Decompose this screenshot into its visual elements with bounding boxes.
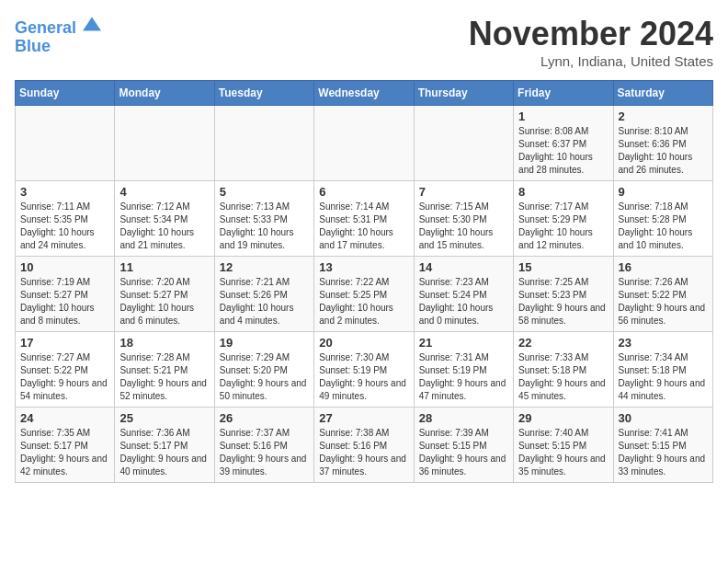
column-header-tuesday: Tuesday [214, 81, 313, 106]
column-header-wednesday: Wednesday [314, 81, 414, 106]
day-cell: 23Sunrise: 7:34 AM Sunset: 5:18 PM Dayli… [613, 332, 712, 408]
column-header-friday: Friday [514, 81, 613, 106]
day-cell: 7Sunrise: 7:15 AM Sunset: 5:30 PM Daylig… [414, 181, 513, 257]
week-row-4: 17Sunrise: 7:27 AM Sunset: 5:22 PM Dayli… [16, 332, 713, 408]
day-cell: 15Sunrise: 7:25 AM Sunset: 5:23 PM Dayli… [514, 257, 613, 332]
day-info: Sunrise: 7:33 AM Sunset: 5:18 PM Dayligh… [518, 351, 608, 403]
day-info: Sunrise: 7:40 AM Sunset: 5:15 PM Dayligh… [518, 427, 608, 478]
day-number: 11 [119, 260, 209, 274]
day-cell: 27Sunrise: 7:38 AM Sunset: 5:16 PM Dayli… [314, 408, 414, 483]
day-info: Sunrise: 7:22 AM Sunset: 5:25 PM Dayligh… [319, 276, 408, 327]
day-cell: 29Sunrise: 7:40 AM Sunset: 5:15 PM Dayli… [514, 408, 613, 483]
day-cell: 14Sunrise: 7:23 AM Sunset: 5:24 PM Dayli… [414, 257, 513, 332]
logo-blue: Blue [15, 38, 101, 56]
day-number: 7 [419, 185, 508, 199]
day-cell: 17Sunrise: 7:27 AM Sunset: 5:22 PM Dayli… [16, 332, 115, 408]
day-info: Sunrise: 7:28 AM Sunset: 5:21 PM Dayligh… [119, 351, 209, 403]
svg-marker-0 [83, 17, 101, 31]
day-info: Sunrise: 7:38 AM Sunset: 5:16 PM Dayligh… [319, 427, 408, 478]
day-info: Sunrise: 7:17 AM Sunset: 5:29 PM Dayligh… [518, 201, 608, 252]
day-info: Sunrise: 7:39 AM Sunset: 5:15 PM Dayligh… [419, 427, 508, 478]
day-cell: 6Sunrise: 7:14 AM Sunset: 5:31 PM Daylig… [314, 181, 414, 257]
day-info: Sunrise: 7:20 AM Sunset: 5:27 PM Dayligh… [119, 276, 209, 327]
day-number: 8 [518, 185, 608, 199]
day-cell: 25Sunrise: 7:36 AM Sunset: 5:17 PM Dayli… [115, 408, 214, 483]
day-cell: 3Sunrise: 7:11 AM Sunset: 5:35 PM Daylig… [16, 181, 115, 257]
day-cell: 1Sunrise: 8:08 AM Sunset: 6:37 PM Daylig… [514, 106, 613, 181]
day-info: Sunrise: 7:11 AM Sunset: 5:35 PM Dayligh… [20, 201, 109, 252]
day-info: Sunrise: 7:26 AM Sunset: 5:22 PM Dayligh… [619, 276, 708, 327]
day-cell: 8Sunrise: 7:17 AM Sunset: 5:29 PM Daylig… [514, 181, 613, 257]
column-header-saturday: Saturday [613, 81, 712, 106]
week-row-1: 1Sunrise: 8:08 AM Sunset: 6:37 PM Daylig… [16, 106, 713, 181]
day-cell: 4Sunrise: 7:12 AM Sunset: 5:34 PM Daylig… [115, 181, 214, 257]
day-number: 19 [220, 336, 309, 350]
logo-text: General [15, 15, 101, 38]
day-number: 9 [619, 185, 708, 199]
day-info: Sunrise: 7:12 AM Sunset: 5:34 PM Dayligh… [119, 201, 209, 252]
day-cell [414, 106, 513, 181]
day-info: Sunrise: 7:37 AM Sunset: 5:16 PM Dayligh… [220, 427, 309, 478]
day-number: 23 [619, 336, 708, 350]
month-title: November 2024 [469, 15, 713, 53]
day-info: Sunrise: 7:21 AM Sunset: 5:26 PM Dayligh… [220, 276, 309, 327]
day-number: 1 [518, 109, 608, 123]
day-cell: 30Sunrise: 7:41 AM Sunset: 5:15 PM Dayli… [613, 408, 712, 483]
calendar-table: SundayMondayTuesdayWednesdayThursdayFrid… [15, 80, 713, 483]
day-number: 10 [20, 260, 109, 274]
day-info: Sunrise: 7:15 AM Sunset: 5:30 PM Dayligh… [419, 201, 508, 252]
day-number: 13 [319, 260, 408, 274]
title-block: November 2024 Lynn, Indiana, United Stat… [469, 15, 713, 69]
day-number: 14 [419, 260, 508, 274]
day-number: 16 [619, 260, 708, 274]
day-number: 24 [20, 411, 109, 425]
day-number: 17 [20, 336, 109, 350]
day-cell: 18Sunrise: 7:28 AM Sunset: 5:21 PM Dayli… [115, 332, 214, 408]
day-info: Sunrise: 7:29 AM Sunset: 5:20 PM Dayligh… [220, 351, 309, 403]
day-number: 3 [20, 185, 109, 199]
day-number: 20 [319, 336, 408, 350]
column-header-sunday: Sunday [16, 81, 115, 106]
day-info: Sunrise: 8:10 AM Sunset: 6:36 PM Dayligh… [619, 125, 708, 177]
column-header-thursday: Thursday [414, 81, 513, 106]
day-cell: 20Sunrise: 7:30 AM Sunset: 5:19 PM Dayli… [314, 332, 414, 408]
day-number: 4 [119, 185, 209, 199]
day-info: Sunrise: 7:41 AM Sunset: 5:15 PM Dayligh… [619, 427, 708, 478]
column-header-monday: Monday [115, 81, 214, 106]
day-number: 15 [518, 260, 608, 274]
day-info: Sunrise: 7:18 AM Sunset: 5:28 PM Dayligh… [619, 201, 708, 252]
day-number: 29 [518, 411, 608, 425]
day-info: Sunrise: 7:27 AM Sunset: 5:22 PM Dayligh… [20, 351, 109, 403]
day-info: Sunrise: 7:14 AM Sunset: 5:31 PM Dayligh… [319, 201, 408, 252]
day-info: Sunrise: 7:13 AM Sunset: 5:33 PM Dayligh… [220, 201, 309, 252]
logo-icon [83, 15, 101, 33]
day-number: 5 [220, 185, 309, 199]
day-info: Sunrise: 7:25 AM Sunset: 5:23 PM Dayligh… [518, 276, 608, 327]
day-number: 25 [119, 411, 209, 425]
day-cell: 28Sunrise: 7:39 AM Sunset: 5:15 PM Dayli… [414, 408, 513, 483]
day-cell [214, 106, 313, 181]
day-cell: 2Sunrise: 8:10 AM Sunset: 6:36 PM Daylig… [613, 106, 712, 181]
week-row-3: 10Sunrise: 7:19 AM Sunset: 5:27 PM Dayli… [16, 257, 713, 332]
day-info: Sunrise: 7:34 AM Sunset: 5:18 PM Dayligh… [619, 351, 708, 403]
day-cell [115, 106, 214, 181]
day-cell [16, 106, 115, 181]
day-cell: 19Sunrise: 7:29 AM Sunset: 5:20 PM Dayli… [214, 332, 313, 408]
week-row-5: 24Sunrise: 7:35 AM Sunset: 5:17 PM Dayli… [16, 408, 713, 483]
day-info: Sunrise: 8:08 AM Sunset: 6:37 PM Dayligh… [518, 125, 608, 177]
day-cell [314, 106, 414, 181]
week-row-2: 3Sunrise: 7:11 AM Sunset: 5:35 PM Daylig… [16, 181, 713, 257]
day-cell: 22Sunrise: 7:33 AM Sunset: 5:18 PM Dayli… [514, 332, 613, 408]
day-cell: 5Sunrise: 7:13 AM Sunset: 5:33 PM Daylig… [214, 181, 313, 257]
logo: General Blue [15, 15, 101, 56]
page-header: General Blue November 2024 Lynn, Indiana… [15, 15, 713, 69]
day-number: 18 [119, 336, 209, 350]
day-number: 28 [419, 411, 508, 425]
day-number: 30 [619, 411, 708, 425]
day-info: Sunrise: 7:19 AM Sunset: 5:27 PM Dayligh… [20, 276, 109, 327]
day-number: 12 [220, 260, 309, 274]
day-cell: 16Sunrise: 7:26 AM Sunset: 5:22 PM Dayli… [613, 257, 712, 332]
day-cell: 24Sunrise: 7:35 AM Sunset: 5:17 PM Dayli… [16, 408, 115, 483]
day-cell: 9Sunrise: 7:18 AM Sunset: 5:28 PM Daylig… [613, 181, 712, 257]
day-number: 6 [319, 185, 408, 199]
